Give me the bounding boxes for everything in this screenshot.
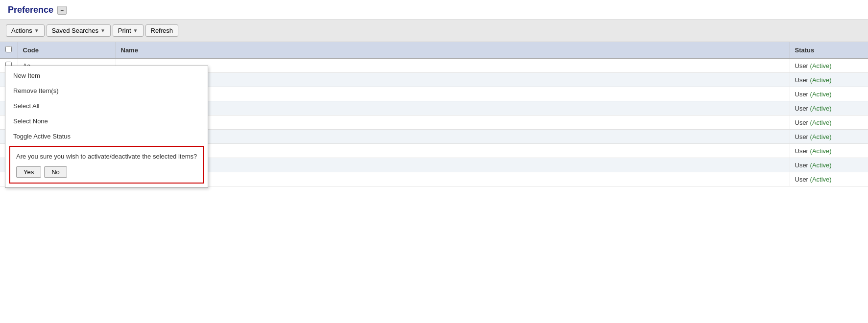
row-status: User (Active) <box>790 144 868 158</box>
row-status: User (Active) <box>790 158 868 172</box>
row-status: User (Active) <box>790 172 868 186</box>
status-badge: (Active) <box>810 133 832 140</box>
actions-label: Actions <box>11 27 32 34</box>
row-name <box>116 115 790 130</box>
table-container: New Item Remove Item(s) Select All Selec… <box>0 42 868 186</box>
status-badge: (Active) <box>810 76 832 84</box>
row-status: User (Active) <box>790 73 868 87</box>
confirm-buttons: Yes No <box>16 166 197 178</box>
status-badge: (Active) <box>810 62 832 69</box>
saved-searches-label: Saved Searches <box>52 27 98 34</box>
saved-searches-dropdown-arrow: ▼ <box>100 28 105 33</box>
page-container: Preference − Actions ▼ Saved Searches ▼ … <box>0 0 868 323</box>
status-badge: (Active) <box>810 119 832 126</box>
confirm-message: Are you sure you wish to activate/deacti… <box>16 152 197 162</box>
status-badge: (Active) <box>810 91 832 98</box>
menu-item-toggle-status[interactable]: Toggle Active Status <box>5 129 208 144</box>
status-prefix: User <box>795 91 810 98</box>
confirm-no-button[interactable]: No <box>44 166 67 178</box>
status-prefix: User <box>795 119 810 126</box>
status-prefix: User <box>795 105 810 112</box>
status-prefix: User <box>795 76 810 84</box>
header-status-col: Status <box>790 42 868 58</box>
saved-searches-button[interactable]: Saved Searches ▼ <box>47 24 111 37</box>
status-prefix: User <box>795 147 810 155</box>
select-all-checkbox[interactable] <box>5 46 12 52</box>
header-name-col: Name <box>116 42 790 58</box>
menu-item-new-item[interactable]: New Item <box>5 68 208 83</box>
row-name <box>116 144 790 158</box>
row-status: User (Active) <box>790 58 868 73</box>
page-title: Preference <box>8 5 53 15</box>
status-badge: (Active) <box>810 105 832 112</box>
status-badge: (Active) <box>810 176 832 183</box>
header-code-col: Code <box>18 42 116 58</box>
print-dropdown-arrow: ▼ <box>133 28 138 33</box>
confirm-dialog: Are you sure you wish to activate/deacti… <box>9 146 204 184</box>
status-prefix: User <box>795 133 810 140</box>
status-badge: (Active) <box>810 162 832 169</box>
row-name <box>116 130 790 144</box>
refresh-label: Refresh <box>151 27 173 34</box>
status-prefix: User <box>795 162 810 169</box>
row-name <box>116 172 790 186</box>
table-header-row: Code Name Status <box>0 42 868 58</box>
row-status: User (Active) <box>790 130 868 144</box>
actions-dropdown-menu: New Item Remove Item(s) Select All Selec… <box>5 66 208 188</box>
collapse-button[interactable]: − <box>57 6 67 15</box>
refresh-button[interactable]: Refresh <box>145 24 179 37</box>
row-name: Engineer <box>116 158 790 172</box>
menu-item-select-all[interactable]: Select All <box>5 98 208 114</box>
menu-item-remove-items[interactable]: Remove Item(s) <box>5 83 208 98</box>
status-badge: (Active) <box>810 147 832 155</box>
status-prefix: User <box>795 62 810 69</box>
row-status: User (Active) <box>790 101 868 115</box>
row-name <box>116 101 790 115</box>
row-name <box>116 58 790 73</box>
confirm-yes-button[interactable]: Yes <box>16 166 41 178</box>
status-prefix: User <box>795 176 810 183</box>
print-label: Print <box>118 27 131 34</box>
print-button[interactable]: Print ▼ <box>113 24 144 37</box>
row-status: User (Active) <box>790 115 868 130</box>
page-header: Preference − <box>0 0 868 20</box>
row-status: User (Active) <box>790 87 868 101</box>
header-checkbox-col <box>0 42 18 58</box>
menu-item-select-none[interactable]: Select None <box>5 114 208 129</box>
row-name <box>116 87 790 101</box>
toolbar: Actions ▼ Saved Searches ▼ Print ▼ Refre… <box>0 20 868 42</box>
actions-dropdown-arrow: ▼ <box>34 28 39 33</box>
row-name <box>116 73 790 87</box>
actions-button[interactable]: Actions ▼ <box>6 24 45 37</box>
